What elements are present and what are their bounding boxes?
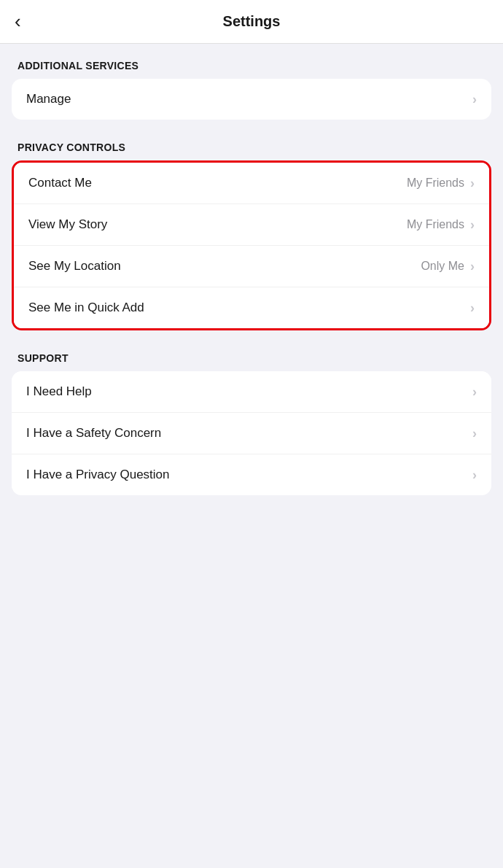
contact-me-chevron-icon: › [470,177,475,190]
safety-concern-item[interactable]: I Have a Safety Concern › [12,413,491,454]
privacy-question-label: I Have a Privacy Question [26,468,170,482]
see-me-in-quick-add-right: › [470,301,475,314]
privacy-controls-card: Contact Me My Friends › View My Story My… [12,160,491,330]
privacy-question-chevron-icon: › [472,468,477,481]
see-me-in-quick-add-chevron-icon: › [470,301,475,314]
privacy-question-right: › [472,468,477,481]
privacy-question-item[interactable]: I Have a Privacy Question › [12,454,491,495]
contact-me-right: My Friends › [407,177,475,190]
see-my-location-item[interactable]: See My Location Only Me › [14,246,489,287]
view-my-story-item[interactable]: View My Story My Friends › [14,204,489,246]
support-header: SUPPORT [0,336,503,371]
contact-me-value: My Friends [407,177,464,190]
back-button[interactable]: ‹ [15,10,21,33]
manage-item[interactable]: Manage › [12,79,491,120]
see-my-location-value: Only Me [421,260,464,273]
support-section: SUPPORT I Need Help › I Have a Safety Co… [0,336,503,495]
settings-content: ADDITIONAL SERVICES Manage › PRIVACY CON… [0,44,503,495]
see-me-in-quick-add-item[interactable]: See Me in Quick Add › [14,287,489,328]
see-my-location-chevron-icon: › [470,260,475,273]
view-my-story-right: My Friends › [407,218,475,231]
safety-concern-right: › [472,427,477,440]
view-my-story-value: My Friends [407,218,464,231]
additional-services-header: ADDITIONAL SERVICES [0,44,503,79]
app-header: ‹ Settings [0,0,503,44]
i-need-help-right: › [472,385,477,398]
privacy-controls-header: PRIVACY CONTROLS [0,125,503,160]
safety-concern-label: I Have a Safety Concern [26,426,161,441]
manage-label: Manage [26,92,71,106]
i-need-help-label: I Need Help [26,384,92,399]
additional-services-card: Manage › [12,79,491,120]
page-title: Settings [223,13,281,30]
additional-services-section: ADDITIONAL SERVICES Manage › [0,44,503,120]
manage-chevron-icon: › [472,93,477,106]
safety-concern-chevron-icon: › [472,427,477,440]
i-need-help-chevron-icon: › [472,385,477,398]
see-my-location-label: See My Location [28,259,121,274]
contact-me-item[interactable]: Contact Me My Friends › [14,163,489,204]
manage-right: › [472,93,477,106]
view-my-story-chevron-icon: › [470,218,475,231]
i-need-help-item[interactable]: I Need Help › [12,371,491,413]
see-my-location-right: Only Me › [421,260,475,273]
contact-me-label: Contact Me [28,176,92,190]
privacy-controls-section: PRIVACY CONTROLS Contact Me My Friends ›… [0,125,503,330]
view-my-story-label: View My Story [28,217,107,232]
see-me-in-quick-add-label: See Me in Quick Add [28,301,144,315]
support-card: I Need Help › I Have a Safety Concern › … [12,371,491,495]
